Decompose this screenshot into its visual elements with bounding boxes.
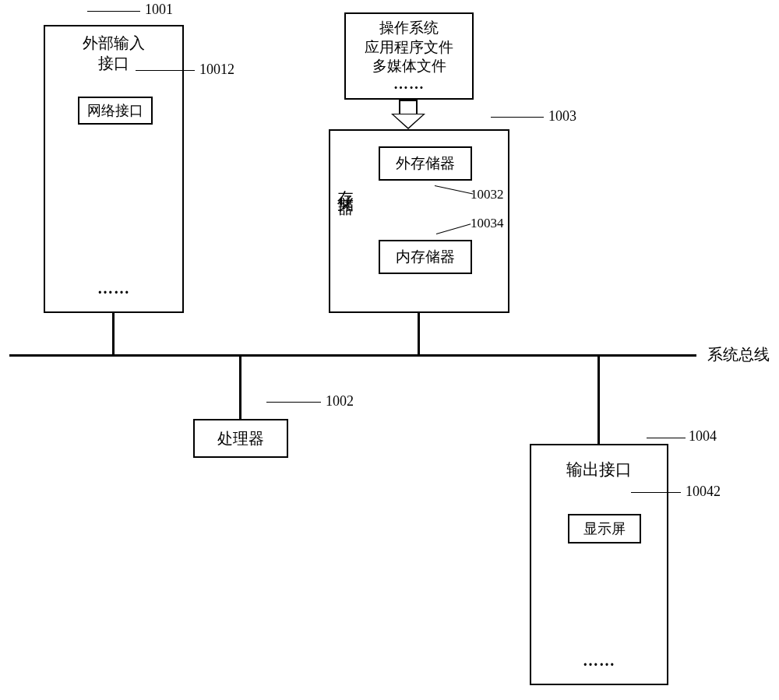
- ref-10034-label: 10034: [471, 216, 504, 231]
- ref-1001-label: 1001: [145, 2, 173, 18]
- network-interface-box: 网络接口: [78, 97, 153, 125]
- external-input-bus-connector: [112, 313, 115, 355]
- external-storage-label: 外存储器: [396, 155, 455, 171]
- cpu-bus-connector: [239, 356, 241, 420]
- ref-1002-label: 1002: [326, 393, 354, 410]
- network-interface-label: 网络接口: [87, 103, 143, 118]
- file-source-dots: ……: [346, 75, 472, 94]
- external-input-title: 外部输入 接口: [45, 26, 182, 73]
- cpu-block: 处理器: [193, 419, 288, 458]
- memory-title: 存储器: [335, 178, 357, 192]
- ref-10032-label: 10032: [471, 187, 504, 202]
- ref-10042-label: 10042: [686, 484, 721, 500]
- file-source-box: 操作系统 应用程序文件 多媒体文件 ……: [344, 12, 474, 100]
- output-bus-connector: [597, 356, 600, 445]
- ref-1004-leader: [647, 438, 686, 438]
- output-block: 输出接口 显示屏 ……: [530, 444, 668, 685]
- ref-1003-label: 1003: [548, 108, 576, 125]
- ref-1002-leader: [266, 402, 321, 403]
- external-storage-box: 外存储器: [379, 146, 472, 181]
- cpu-label: 处理器: [217, 430, 264, 447]
- output-title: 输出接口: [566, 460, 632, 479]
- external-input-dots: ……: [45, 280, 182, 297]
- ref-10012-leader: [136, 70, 195, 71]
- ref-1003-leader: [491, 117, 544, 118]
- ref-10012-label: 10012: [199, 62, 234, 78]
- output-dots: ……: [531, 652, 667, 670]
- display-label: 显示屏: [583, 521, 626, 536]
- internal-storage-box: 内存储器: [379, 240, 472, 274]
- system-bus-label: 系统总线: [707, 344, 770, 365]
- file-source-line3: 多媒体文件: [346, 57, 472, 76]
- ref-10042-leader: [631, 492, 681, 493]
- arrow-head-inner-icon: [393, 114, 423, 128]
- arrow-body: [399, 100, 418, 115]
- external-input-title-line1: 外部输入: [45, 33, 182, 53]
- file-source-line1: 操作系统: [346, 19, 472, 38]
- file-source-line2: 应用程序文件: [346, 38, 472, 58]
- external-input-block: 外部输入 接口 网络接口 ……: [44, 25, 184, 313]
- memory-bus-connector: [418, 313, 420, 355]
- ref-1001-leader: [87, 11, 140, 12]
- ref-1004-label: 1004: [689, 428, 717, 445]
- internal-storage-label: 内存储器: [396, 248, 455, 265]
- display-box: 显示屏: [568, 514, 641, 543]
